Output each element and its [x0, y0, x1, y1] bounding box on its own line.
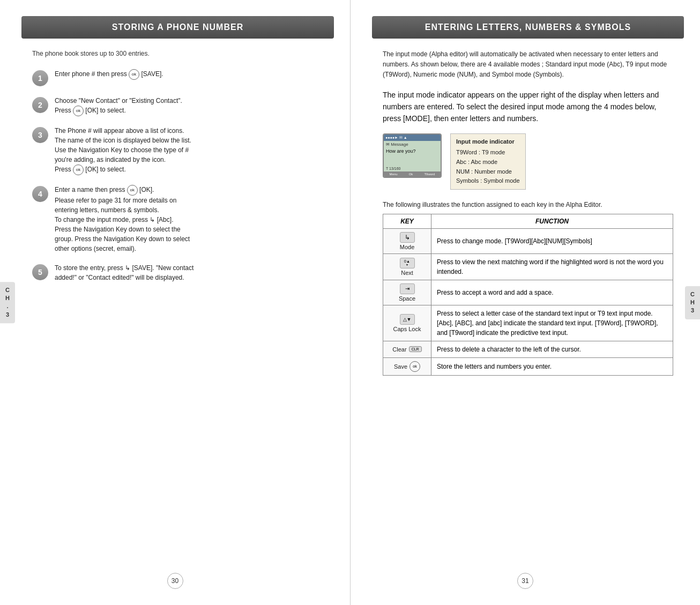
- ok-icon-1: ok: [129, 69, 139, 80]
- step-1-content: Enter phone # then press ok [SAVE].: [55, 69, 163, 80]
- key-label-next: Next: [389, 270, 426, 276]
- clear-icon: CLR: [409, 346, 422, 352]
- table-row-next: 0▲▼ Next Press to view the next matching…: [383, 253, 673, 280]
- step-3: 3 The Phone # will appear above a list o…: [32, 126, 323, 175]
- step-5: 5 To store the entry, press ↳ [SAVE]. "N…: [32, 263, 323, 282]
- key-label-space: Space: [389, 295, 426, 302]
- table-row-save: Save ok Store the letters and numbers yo…: [383, 357, 673, 375]
- step-2-badge: 2: [32, 97, 48, 113]
- key-cell-mode: ↳ Mode: [383, 228, 431, 253]
- save-icon: ok: [409, 361, 420, 372]
- func-cell-caps: Press to select a letter case of the sta…: [431, 305, 673, 341]
- page-number-right: 31: [517, 573, 533, 589]
- legend-line-2: Abc : Abc mode: [456, 158, 520, 167]
- caps-icon: △▼: [400, 314, 415, 325]
- ok-icon-2: ok: [73, 106, 84, 116]
- step-1: 1 Enter phone # then press ok [SAVE].: [32, 69, 323, 86]
- space-icon: ⇥: [400, 283, 415, 294]
- left-header: STORING A PHONE NUMBER: [21, 16, 334, 39]
- page-number-left: 30: [167, 573, 183, 589]
- indicator-legend: Input mode indicator T9Word : T9 mode Ab…: [450, 133, 526, 190]
- key-cell-next: 0▲▼ Next: [383, 253, 431, 280]
- right-big-statement: The input mode indicator appears on the …: [383, 89, 673, 125]
- right-intro1: The input mode (Alpha editor) will autom…: [383, 49, 673, 80]
- legend-line-3: NUM : Number mode: [456, 167, 520, 177]
- phone-msg-label: ✉ Message: [386, 142, 438, 147]
- col-key: KEY: [383, 214, 431, 228]
- page-right: CH3 ENTERING LETTERS, NUMBERS & SYMBOLS …: [350, 0, 700, 605]
- step-5-content: To store the entry, press ↳ [SAVE]. "New…: [55, 263, 193, 282]
- phone-status-bar: ●●●●► ✉ ▲: [384, 135, 441, 141]
- key-cell-space: ⇥ Space: [383, 280, 431, 305]
- step-3-content: The Phone # will appear above a list of …: [55, 126, 191, 175]
- step-4: 4 Enter a name then press ok [OK]. Pleas…: [32, 185, 323, 253]
- step-4-badge: 4: [32, 186, 48, 202]
- alpha-table: KEY FUNCTION ↳ Mode Press to change mode…: [383, 214, 673, 376]
- step-4-content: Enter a name then press ok [OK]. Please …: [55, 185, 190, 253]
- func-cell-save: Store the letters and numbers you enter.: [431, 357, 673, 375]
- next-icon: 0▲▼: [400, 258, 415, 268]
- phone-screen: ●●●●► ✉ ▲ ✉ Message How are you? T 13/16…: [383, 133, 442, 178]
- legend-title: Input mode indicator: [456, 137, 520, 147]
- indicator-box: ●●●●► ✉ ▲ ✉ Message How are you? T 13/16…: [383, 133, 673, 190]
- phone-msg-content: How are you?: [386, 148, 438, 165]
- ok-icon-3: ok: [73, 165, 84, 175]
- key-cell-caps: △▼ Caps Lock: [383, 305, 431, 341]
- ch-label-left: CH.3: [0, 282, 15, 324]
- mode-icon: ↳: [400, 232, 415, 243]
- func-cell-space: Press to accept a word and add a space.: [431, 280, 673, 305]
- page-left: CH.3 STORING A PHONE NUMBER The phone bo…: [0, 0, 350, 605]
- table-row-caps: △▼ Caps Lock Press to select a letter ca…: [383, 305, 673, 341]
- phone-t9-indicator: T 13/160: [386, 167, 438, 170]
- func-cell-mode: Press to change mode. [T9Word][Abc][NUM]…: [431, 228, 673, 253]
- legend-line-1: T9Word : T9 mode: [456, 148, 520, 158]
- step-5-badge: 5: [32, 264, 48, 280]
- phone-bottom-bar: MenuOkT9word: [384, 171, 441, 177]
- step-1-badge: 1: [32, 70, 48, 86]
- key-cell-clear: Clear CLR: [383, 341, 431, 357]
- key-cell-save: Save ok: [383, 357, 431, 375]
- ch-label-right: CH3: [685, 286, 700, 319]
- step-2-content: Choose "New Contact" or "Existing Contac…: [55, 96, 182, 116]
- legend-line-4: Symbols : Symbol mode: [456, 176, 520, 186]
- following-text: The following illustrates the function a…: [383, 200, 673, 210]
- table-row-space: ⇥ Space Press to accept a word and add a…: [383, 280, 673, 305]
- table-row-mode: ↳ Mode Press to change mode. [T9Word][Ab…: [383, 228, 673, 253]
- func-cell-next: Press to view the next matching word if …: [431, 253, 673, 280]
- col-func: FUNCTION: [431, 214, 673, 228]
- ok-icon-4: ok: [127, 185, 138, 196]
- right-header: ENTERING LETTERS, NUMBERS & SYMBOLS: [372, 16, 684, 39]
- step-3-badge: 3: [32, 127, 48, 143]
- func-cell-clear: Press to delete a character to the left …: [431, 341, 673, 357]
- key-label-caps: Caps Lock: [389, 326, 426, 332]
- left-intro: The phone book stores up to 300 entries.: [32, 49, 323, 58]
- step-2: 2 Choose "New Contact" or "Existing Cont…: [32, 96, 323, 116]
- key-label-clear: Clear: [392, 346, 406, 353]
- key-label-save: Save: [394, 363, 407, 370]
- table-row-clear: Clear CLR Press to delete a character to…: [383, 341, 673, 357]
- key-label-mode: Mode: [389, 244, 426, 250]
